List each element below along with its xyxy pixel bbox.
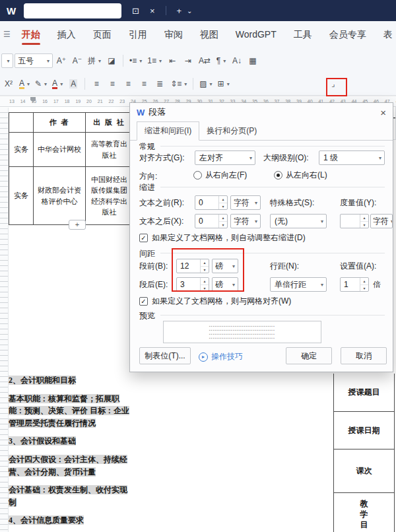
superscript-button[interactable]: X² [1, 76, 16, 92]
direction-ltr-option[interactable]: 从左向右(L) [274, 170, 327, 181]
table-cell-vertical[interactable]: 教 学 目 标 [334, 493, 394, 532]
chevron-down-icon[interactable]: ⌄ [187, 7, 192, 15]
table-cell[interactable]: 课次 [334, 449, 394, 493]
font-color-button[interactable]: A ▾ [50, 76, 65, 92]
paragraph[interactable]: 3、会计假设和基础 [9, 435, 135, 448]
dialog-titlebar[interactable]: W 段落 × [130, 103, 393, 121]
wps-logo[interactable]: W [4, 5, 18, 17]
indent-before-value[interactable] [195, 196, 218, 209]
indent-after-unit-select[interactable]: 字符 ▾ [230, 214, 261, 228]
character-shading-button[interactable]: A [66, 76, 81, 92]
spin-up-icon[interactable]: ▴ [360, 278, 368, 285]
tab-tools[interactable]: 工具 [285, 21, 321, 48]
clear-format-button[interactable]: ◪ [104, 53, 119, 69]
checkbox-checked-icon[interactable]: ✓ [139, 297, 148, 306]
table-cell[interactable]: 中华会计网校 [34, 133, 86, 167]
spin-down-icon[interactable]: ▾ [360, 222, 368, 228]
tab-insert[interactable]: 插入 [49, 21, 84, 48]
cancel-button[interactable]: 取消 [341, 347, 387, 364]
tab-review[interactable]: 审阅 [156, 21, 191, 48]
tab-line-and-page-breaks[interactable]: 换行和分页(P) [199, 122, 264, 140]
direction-rtl-option[interactable]: 从右向左(F) [193, 170, 247, 181]
show-grid-button[interactable]: ▦ [246, 53, 260, 69]
align-right-button[interactable]: ≡ [121, 76, 135, 92]
tab-member[interactable]: 会员专享 [321, 21, 375, 48]
close-icon[interactable]: × [380, 107, 386, 118]
bullet-list-button[interactable]: •≡ ▾ [127, 53, 144, 69]
text-effects-button[interactable]: ✎ ▾ [33, 76, 49, 92]
outline-level-select[interactable]: 1 级 ▾ [319, 150, 385, 165]
spin-down-icon[interactable]: ▾ [219, 222, 227, 228]
shading-button[interactable]: ▨ ▾ [197, 76, 214, 92]
decrease-indent-button[interactable]: ⇤ [165, 53, 180, 69]
justify-button[interactable]: ≡ [137, 76, 151, 92]
increase-font-size-button[interactable]: A⁺ [54, 53, 69, 69]
decrease-font-size-button[interactable]: A⁻ [70, 53, 84, 69]
radio-selected-icon[interactable] [274, 171, 282, 180]
spin-down-icon[interactable]: ▾ [360, 285, 368, 292]
ok-button[interactable]: 确定 [286, 347, 332, 364]
checkbox-checked-icon[interactable]: ✓ [139, 234, 148, 242]
align-center-button[interactable]: ≡ [105, 76, 119, 92]
setting-value[interactable] [341, 278, 360, 291]
paragraph[interactable]: 会计基础：权责发生制、收付实现制 [9, 484, 135, 508]
auto-adjust-indent-checkbox[interactable]: ✓ 如果定义了文档网格，则自动调整右缩进(D) [139, 232, 306, 244]
highlight-color-button[interactable]: A ▾ [17, 76, 32, 92]
table-header-cell-publisher[interactable]: 出 版 社 [86, 113, 133, 133]
text-tool-button[interactable]: A⇄ [197, 53, 213, 69]
table-header-cell[interactable] [9, 113, 34, 133]
tab-home[interactable]: 开始 [13, 21, 49, 48]
table-cell[interactable]: 实务 [9, 133, 34, 167]
tab-page[interactable]: 页面 [84, 21, 120, 48]
tab-indents-and-spacing[interactable]: 缩进和间距(I) [137, 121, 199, 141]
indent-before-unit-select[interactable]: 字符 ▾ [230, 195, 261, 210]
tips-link[interactable]: ▸ 操作技巧 [199, 351, 243, 362]
setting-value-input[interactable]: ▴ ▾ [340, 277, 369, 292]
monitor-icon[interactable]: ⊡ [132, 6, 139, 16]
table-cell[interactable]: 高等教育出版社 [86, 133, 133, 167]
paragraph[interactable]: 会计四大假设：会计主体、持续经营、会计分期、货币计量 [9, 453, 135, 478]
menu-icon[interactable]: ☰ [3, 30, 11, 39]
tab-wordgpt[interactable]: WordGPT [227, 21, 285, 48]
table-header-cell-author[interactable]: 作 者 [34, 113, 86, 133]
distribute-button[interactable]: ≣ [152, 76, 167, 92]
tab-table-tools[interactable]: 表 [375, 21, 396, 48]
align-left-button[interactable]: ≡ [89, 76, 104, 92]
spin-down-icon[interactable]: ▾ [219, 203, 227, 210]
increase-indent-button[interactable]: ⇥ [181, 53, 195, 69]
spin-up-icon[interactable]: ▴ [219, 196, 227, 203]
special-format-select[interactable]: (无) ▾ [270, 214, 327, 228]
vertical-ruler[interactable] [0, 108, 9, 532]
new-tab-icon[interactable]: + [177, 6, 182, 16]
paragraph[interactable]: 基本职能：核算和监督；拓展职能：预测、决策、评价 目标：企业管理层受托责任履行情… [9, 393, 135, 430]
font-name-select[interactable]: ▾ [1, 53, 13, 68]
table-cell[interactable]: 授课题目 [334, 374, 394, 412]
spin-up-icon[interactable]: ▴ [360, 215, 368, 222]
measure-value[interactable] [341, 215, 360, 228]
line-spacing-button[interactable]: ⇕≡ ▾ [168, 76, 189, 92]
borders-button[interactable]: ⊞ ▾ [216, 76, 232, 92]
table-cell[interactable]: 授课日期 [334, 412, 394, 449]
paragraph-mark-button[interactable]: ¶ ▾ [214, 53, 228, 69]
close-tab-icon[interactable]: × [150, 6, 155, 16]
paragraph[interactable]: 4、会计信息质量要求 [9, 514, 135, 527]
numbered-list-button[interactable]: 1≡ ▾ [145, 53, 164, 69]
indent-after-input[interactable]: ▴ ▾ [195, 214, 228, 228]
measure-unit-select[interactable]: 字符 ▾ [370, 214, 393, 228]
measure-value-input[interactable]: ▴ ▾ [340, 214, 369, 228]
tab-reference[interactable]: 引用 [120, 21, 156, 48]
font-size-select[interactable]: 五号 ▾ [15, 53, 53, 68]
snap-to-grid-checkbox[interactable]: ✓ 如果定义了文档网格，则与网格对齐(W) [139, 296, 291, 307]
pinyin-guide-button[interactable]: 拼 ▾ [86, 53, 103, 69]
document-body[interactable]: 2、会计职能和目标 基本职能：核算和监督；拓展职能：预测、决策、评价 目标：企业… [9, 374, 135, 532]
spin-up-icon[interactable]: ▴ [219, 215, 227, 222]
tabs-button[interactable]: 制表位(T)... [139, 347, 191, 364]
table-cell[interactable]: 中国财经出版传媒集团经济科学出版社 [86, 167, 133, 225]
alignment-select[interactable]: 左对齐 ▾ [195, 150, 255, 165]
line-spacing-select[interactable]: 单倍行距 ▾ [270, 277, 327, 292]
sort-button[interactable]: A↓ [230, 53, 244, 69]
add-table-row-button[interactable]: + [69, 220, 86, 230]
document-tab[interactable] [24, 3, 121, 18]
table-cell[interactable]: 财政部会计资格评价中心 [34, 167, 86, 225]
tab-view[interactable]: 视图 [191, 21, 227, 48]
